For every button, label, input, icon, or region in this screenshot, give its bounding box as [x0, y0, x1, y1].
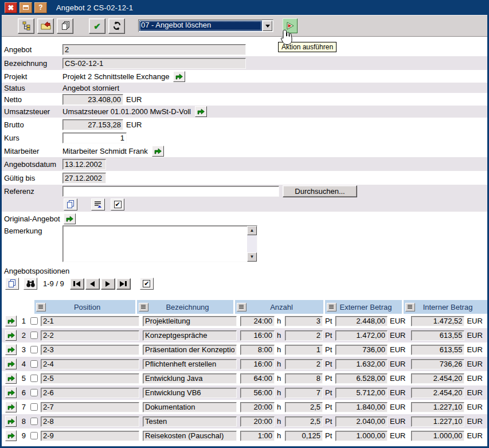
open-position-button[interactable]: [5, 416, 17, 427]
position-input[interactable]: [41, 373, 139, 384]
row-checkbox[interactable]: [30, 346, 38, 353]
points-input[interactable]: [285, 373, 323, 384]
row-checkbox[interactable]: [30, 360, 38, 368]
column-menu-icon[interactable]: [237, 303, 247, 311]
internal-amount-input[interactable]: [411, 316, 464, 326]
refresh-button[interactable]: [108, 18, 125, 34]
hours-input[interactable]: [240, 388, 275, 398]
checked-option-button[interactable]: ✔: [111, 198, 124, 211]
internal-amount-input[interactable]: [411, 345, 464, 355]
internal-amount-input[interactable]: [411, 388, 464, 398]
gueltig-bis-input[interactable]: [62, 173, 106, 184]
bezeichnung-input[interactable]: [143, 388, 237, 398]
bezeichnung-input[interactable]: [143, 359, 237, 369]
external-amount-input[interactable]: [335, 345, 388, 355]
list-upload-button[interactable]: [91, 198, 105, 211]
help-icon[interactable]: ?: [34, 2, 47, 13]
open-position-button[interactable]: [5, 330, 17, 341]
position-input[interactable]: [41, 316, 139, 326]
position-input[interactable]: [41, 345, 139, 355]
internal-amount-input[interactable]: [411, 359, 464, 369]
bezeichnung-input[interactable]: [143, 431, 237, 441]
internal-amount-input[interactable]: [411, 330, 464, 341]
row-checkbox[interactable]: [30, 317, 38, 325]
external-amount-input[interactable]: [335, 416, 388, 427]
referenz-input[interactable]: [62, 186, 279, 197]
last-page-button[interactable]: [116, 278, 131, 290]
column-menu-icon[interactable]: [139, 303, 148, 311]
open-position-button[interactable]: [5, 359, 17, 369]
copy-reference-button[interactable]: [64, 198, 77, 211]
internal-amount-input[interactable]: [411, 431, 464, 441]
column-menu-icon[interactable]: [36, 303, 46, 311]
goto-projekt-button[interactable]: [173, 71, 185, 82]
first-page-button[interactable]: [70, 278, 84, 290]
internal-amount-input[interactable]: [411, 373, 464, 384]
external-amount-input[interactable]: [335, 316, 388, 326]
import-button[interactable]: [37, 18, 54, 34]
bezeichnung-input[interactable]: [62, 58, 246, 69]
hours-input[interactable]: [240, 316, 275, 326]
bezeichnung-input[interactable]: [143, 373, 237, 384]
prev-page-button[interactable]: [85, 278, 100, 290]
row-checkbox[interactable]: [30, 389, 38, 396]
position-input[interactable]: [41, 388, 139, 398]
hours-input[interactable]: [240, 359, 275, 369]
close-icon[interactable]: ✖: [5, 2, 17, 13]
hours-input[interactable]: [240, 373, 275, 384]
brutto-input[interactable]: [62, 119, 123, 130]
external-amount-input[interactable]: [335, 359, 388, 369]
row-checkbox[interactable]: [30, 375, 38, 382]
external-amount-input[interactable]: [335, 431, 388, 441]
external-amount-input[interactable]: [335, 388, 388, 398]
points-input[interactable]: [285, 359, 323, 369]
internal-amount-input[interactable]: [411, 402, 464, 412]
netto-input[interactable]: [62, 94, 123, 105]
open-position-button[interactable]: [5, 387, 17, 398]
bezeichnung-input[interactable]: [143, 316, 237, 326]
external-amount-input[interactable]: [335, 402, 388, 412]
angebot-input[interactable]: [62, 44, 246, 55]
row-checkbox[interactable]: [30, 432, 38, 439]
select-all-button[interactable]: ✔: [140, 278, 154, 290]
copy-positions-button[interactable]: [5, 278, 19, 290]
position-input[interactable]: [41, 416, 139, 427]
hours-input[interactable]: [240, 402, 275, 412]
position-input[interactable]: [41, 402, 139, 412]
position-input[interactable]: [41, 330, 139, 341]
points-input[interactable]: [285, 416, 323, 427]
hours-input[interactable]: [240, 330, 275, 341]
copy-button[interactable]: [57, 18, 73, 34]
scrollbar[interactable]: ▲ ▼: [247, 226, 257, 262]
row-checkbox[interactable]: [30, 403, 38, 411]
next-page-button[interactable]: [101, 278, 115, 290]
points-input[interactable]: [285, 388, 323, 398]
minimize-icon[interactable]: [19, 2, 32, 13]
open-position-button[interactable]: [5, 430, 17, 441]
open-position-button[interactable]: [5, 344, 17, 355]
points-input[interactable]: [285, 330, 323, 341]
hours-input[interactable]: [240, 431, 275, 441]
row-checkbox[interactable]: [30, 418, 38, 425]
position-input[interactable]: [41, 359, 139, 369]
open-position-button[interactable]: [5, 315, 17, 326]
external-amount-input[interactable]: [335, 330, 388, 341]
points-input[interactable]: [285, 316, 323, 326]
search-positions-button[interactable]: [24, 278, 37, 290]
hours-input[interactable]: [240, 416, 275, 427]
open-position-button[interactable]: [5, 402, 17, 412]
bezeichnung-input[interactable]: [143, 345, 237, 355]
points-input[interactable]: [285, 431, 323, 441]
position-input[interactable]: [41, 431, 139, 441]
angebotsdatum-input[interactable]: [62, 159, 106, 170]
column-menu-icon[interactable]: [405, 303, 415, 311]
confirm-button[interactable]: ✔: [89, 18, 105, 34]
open-position-button[interactable]: [5, 373, 17, 384]
points-input[interactable]: [285, 402, 323, 412]
action-select[interactable]: 07 - Angebot löschen: [138, 20, 273, 32]
internal-amount-input[interactable]: [411, 416, 464, 427]
browse-button[interactable]: Durchsuchen...: [283, 185, 357, 197]
scroll-down-icon[interactable]: ▼: [247, 252, 257, 262]
kurs-input[interactable]: [62, 133, 127, 143]
bezeichnung-input[interactable]: [143, 330, 237, 341]
